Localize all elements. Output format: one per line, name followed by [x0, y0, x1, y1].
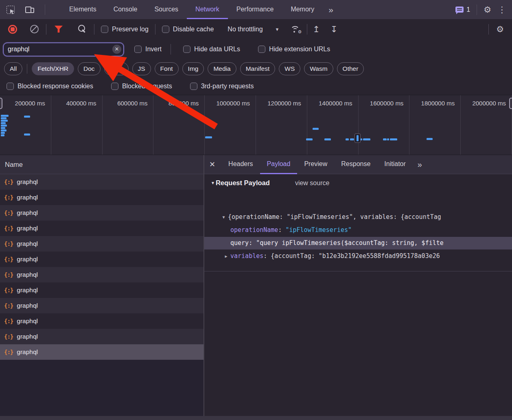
request-timing-bar	[1, 125, 7, 127]
chip-media[interactable]: Media	[208, 62, 236, 75]
third-party-checkbox[interactable]	[190, 83, 197, 90]
filter-input-value: graphql	[4, 46, 29, 53]
payload-query-row-selected[interactable]: query: "query ipFlowTimeseries($accountT…	[204, 237, 512, 249]
blocked-cookies-label: Blocked response cookies	[18, 83, 93, 90]
chip-css[interactable]: CSS	[104, 62, 129, 75]
request-row[interactable]: {:}graphql	[0, 329, 203, 344]
record-network-log-icon[interactable]	[8, 25, 17, 34]
payload-operation-row[interactable]: operationName: "ipFlowTimeseries"	[204, 224, 512, 236]
request-row[interactable]: {:}graphql	[0, 298, 203, 313]
preserve-log-toggle[interactable]: Preserve log	[101, 26, 149, 33]
blocked-cookies-toggle[interactable]: Blocked response cookies	[7, 83, 93, 90]
name-column-header[interactable]: Name	[0, 155, 203, 174]
tab-elements[interactable]: Elements	[61, 0, 105, 19]
filter-input[interactable]: graphql ✕	[3, 43, 124, 56]
network-settings-gear-icon[interactable]: ⚙	[496, 25, 504, 33]
overview-right-handle-icon[interactable]	[509, 98, 512, 109]
tab-performance[interactable]: Performance	[228, 0, 282, 19]
request-row[interactable]: {:}graphql	[0, 267, 203, 282]
expand-triangle-icon[interactable]: ▶	[222, 250, 230, 262]
search-icon[interactable]	[78, 25, 87, 33]
divider	[171, 44, 171, 55]
disable-cache-toggle[interactable]: Disable cache	[162, 26, 214, 33]
hide-extension-urls-toggle[interactable]: Hide extension URLs	[258, 46, 330, 53]
hide-extension-urls-checkbox[interactable]	[258, 46, 265, 53]
more-tabs-icon[interactable]: »	[323, 1, 339, 19]
json-key: operationName	[230, 226, 278, 234]
filter-funnel-icon[interactable]	[55, 26, 63, 33]
payload-summary-row[interactable]: ▼{operationName: "ipFlowTimeseries", var…	[204, 211, 512, 223]
hide-data-urls-checkbox[interactable]	[183, 46, 190, 53]
payload-summary-text: {operationName: "ipFlowTimeseries", vari…	[228, 213, 441, 221]
issues-button[interactable]: 1	[455, 6, 470, 13]
details-tab-response[interactable]: Response	[334, 155, 377, 174]
view-source-link[interactable]: view source	[295, 179, 329, 187]
devtools-tabs: ElementsConsoleSourcesNetworkPerformance…	[61, 0, 323, 19]
kebab-menu-icon[interactable]: ⋮	[498, 6, 506, 14]
invert-checkbox[interactable]	[134, 46, 142, 53]
settings-gear-icon[interactable]: ⚙	[484, 6, 491, 14]
request-timing-bar	[1, 134, 4, 136]
devtools-tab-bar: ElementsConsoleSourcesNetworkPerformance…	[0, 0, 512, 19]
json-colon: :	[249, 239, 256, 247]
overview-left-handle-icon[interactable]	[0, 98, 2, 109]
invert-toggle[interactable]: Invert	[134, 46, 162, 53]
chip-wasm[interactable]: Wasm	[304, 62, 333, 75]
request-row[interactable]: {:}graphql	[0, 313, 203, 329]
details-more-tabs-icon[interactable]: »	[413, 160, 427, 169]
chip-js[interactable]: JS	[132, 62, 151, 75]
chip-doc[interactable]: Doc	[78, 62, 101, 75]
tab-network[interactable]: Network	[187, 0, 228, 19]
inspect-element-icon[interactable]	[7, 6, 15, 14]
request-row[interactable]: {:}graphql	[0, 236, 203, 252]
request-row[interactable]: {:}graphql	[0, 205, 203, 221]
network-conditions-icon[interactable]: ⚙	[290, 25, 300, 34]
request-row[interactable]: {:}graphql	[0, 252, 203, 267]
tab-console[interactable]: Console	[105, 0, 146, 19]
fetch-xhr-icon: {:}	[4, 256, 13, 262]
timeline-tick: 1000000 ms	[205, 95, 256, 155]
details-tab-payload[interactable]: Payload	[260, 155, 298, 174]
preserve-log-checkbox[interactable]	[101, 26, 108, 33]
tab-sources[interactable]: Sources	[146, 0, 187, 19]
details-tab-initiator[interactable]: Initiator	[377, 155, 412, 174]
details-tab-preview[interactable]: Preview	[297, 155, 334, 174]
blocked-requests-checkbox[interactable]	[111, 83, 118, 90]
request-timing-bar	[427, 138, 433, 140]
close-details-icon[interactable]: ✕	[204, 160, 221, 169]
blocked-cookies-checkbox[interactable]	[7, 83, 14, 90]
request-row[interactable]: {:}graphql	[0, 190, 203, 205]
payload-variables-row[interactable]: ▶variables: {accountTag: "b12e3b2192ee55…	[204, 250, 512, 262]
fetch-xhr-icon: {:}	[4, 302, 13, 309]
fetch-xhr-icon: {:}	[4, 333, 13, 340]
chip-all[interactable]: All	[4, 62, 22, 75]
hide-data-urls-toggle[interactable]: Hide data URLs	[183, 46, 240, 53]
chip-other[interactable]: Other	[337, 62, 364, 75]
device-toolbar-icon[interactable]	[25, 6, 34, 14]
import-har-icon[interactable]: ↧	[330, 24, 338, 34]
chip-ws[interactable]: WS	[279, 62, 300, 75]
chip-manifest[interactable]: Manifest	[240, 62, 276, 75]
third-party-toggle[interactable]: 3rd-party requests	[190, 83, 254, 90]
request-row[interactable]: {:}graphql	[0, 344, 203, 360]
export-har-icon[interactable]: ↥	[313, 24, 320, 34]
chip-img[interactable]: Img	[182, 62, 204, 75]
clear-filter-icon[interactable]: ✕	[112, 45, 121, 54]
request-row[interactable]: {:}graphql	[0, 282, 203, 298]
throttling-select[interactable]: No throttling ▼	[228, 26, 279, 33]
request-row[interactable]: {:}graphql	[0, 174, 203, 190]
collapse-triangle-icon[interactable]: ▼	[204, 181, 216, 185]
details-tab-headers[interactable]: Headers	[221, 155, 260, 174]
blocked-requests-toggle[interactable]: Blocked requests	[111, 83, 172, 90]
request-name: graphql	[17, 225, 38, 232]
network-overview-timeline[interactable]: 200000 ms400000 ms600000 ms800000 ms1000…	[0, 95, 512, 155]
chip-fetch-xhr[interactable]: Fetch/XHR	[32, 62, 74, 75]
tab-memory[interactable]: Memory	[282, 0, 323, 19]
collapse-triangle-icon[interactable]: ▼	[219, 211, 228, 223]
clear-network-log-icon[interactable]	[30, 25, 39, 33]
chip-font[interactable]: Font	[155, 62, 179, 75]
disable-cache-checkbox[interactable]	[162, 26, 169, 33]
fetch-xhr-icon: {:}	[4, 225, 13, 232]
payload-view: ▼ Request Payload view source ▼{operatio…	[204, 174, 512, 416]
request-row[interactable]: {:}graphql	[0, 221, 203, 236]
